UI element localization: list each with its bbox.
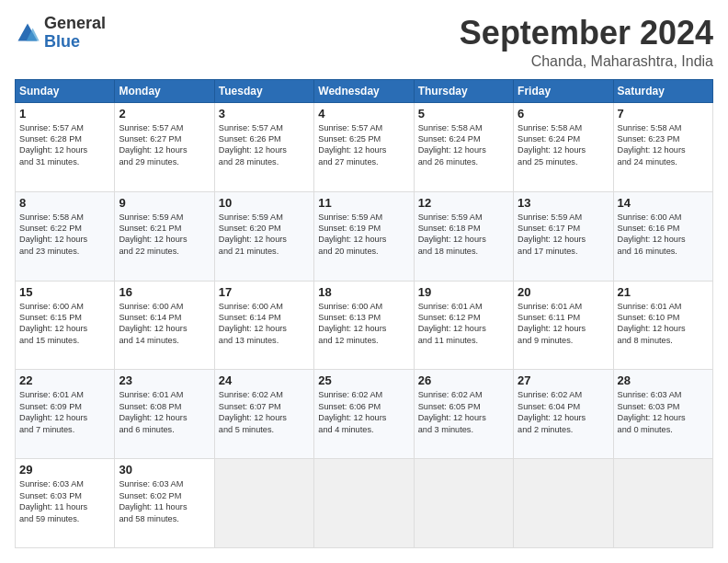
table-row: 23Sunrise: 6:01 AMSunset: 6:08 PMDayligh…	[115, 370, 214, 459]
table-row: 3Sunrise: 5:57 AMSunset: 6:26 PMDaylight…	[214, 102, 313, 191]
table-row: 27Sunrise: 6:02 AMSunset: 6:04 PMDayligh…	[514, 370, 613, 459]
table-row: 29Sunrise: 6:03 AMSunset: 6:03 PMDayligh…	[16, 459, 115, 548]
location: Chanda, Maharashtra, India	[460, 53, 713, 70]
col-tuesday: Tuesday	[214, 79, 313, 102]
logo: General Blue	[15, 15, 106, 52]
logo-text: General Blue	[44, 15, 106, 52]
top-section: General Blue September 2024 Chanda, Maha…	[15, 15, 713, 70]
table-row: 18Sunrise: 6:00 AMSunset: 6:13 PMDayligh…	[314, 281, 414, 370]
header-right: September 2024 Chanda, Maharashtra, Indi…	[460, 15, 713, 70]
table-row: 19Sunrise: 6:01 AMSunset: 6:12 PMDayligh…	[414, 281, 513, 370]
calendar-week-1: 1Sunrise: 5:57 AMSunset: 6:28 PMDaylight…	[16, 102, 713, 191]
table-row: 4Sunrise: 5:57 AMSunset: 6:25 PMDaylight…	[314, 102, 414, 191]
table-row: 30Sunrise: 6:03 AMSunset: 6:02 PMDayligh…	[115, 459, 214, 548]
col-thursday: Thursday	[414, 79, 513, 102]
table-row: 8Sunrise: 5:58 AMSunset: 6:22 PMDaylight…	[16, 191, 115, 281]
table-row: 1Sunrise: 5:57 AMSunset: 6:28 PMDaylight…	[16, 102, 115, 191]
calendar-week-5: 29Sunrise: 6:03 AMSunset: 6:03 PMDayligh…	[16, 459, 713, 548]
table-row: 17Sunrise: 6:00 AMSunset: 6:14 PMDayligh…	[214, 281, 313, 370]
table-row: 28Sunrise: 6:03 AMSunset: 6:03 PMDayligh…	[613, 370, 712, 459]
table-row: 13Sunrise: 5:59 AMSunset: 6:17 PMDayligh…	[514, 191, 613, 281]
table-row: 16Sunrise: 6:00 AMSunset: 6:14 PMDayligh…	[115, 281, 214, 370]
month-title: September 2024	[460, 15, 713, 52]
page: General Blue September 2024 Chanda, Maha…	[0, 0, 728, 563]
table-row: 9Sunrise: 5:59 AMSunset: 6:21 PMDaylight…	[115, 191, 214, 281]
table-row: 20Sunrise: 6:01 AMSunset: 6:11 PMDayligh…	[514, 281, 613, 370]
table-row: 15Sunrise: 6:00 AMSunset: 6:15 PMDayligh…	[16, 281, 115, 370]
table-row: 25Sunrise: 6:02 AMSunset: 6:06 PMDayligh…	[314, 370, 414, 459]
table-row	[314, 459, 414, 548]
table-row: 14Sunrise: 6:00 AMSunset: 6:16 PMDayligh…	[613, 191, 712, 281]
table-row	[214, 459, 313, 548]
calendar-week-2: 8Sunrise: 5:58 AMSunset: 6:22 PMDaylight…	[16, 191, 713, 281]
calendar-header-row: Sunday Monday Tuesday Wednesday Thursday…	[16, 79, 713, 102]
calendar-week-3: 15Sunrise: 6:00 AMSunset: 6:15 PMDayligh…	[16, 281, 713, 370]
table-row: 11Sunrise: 5:59 AMSunset: 6:19 PMDayligh…	[314, 191, 414, 281]
col-wednesday: Wednesday	[314, 79, 414, 102]
table-row: 7Sunrise: 5:58 AMSunset: 6:23 PMDaylight…	[613, 102, 712, 191]
table-row	[514, 459, 613, 548]
table-row	[613, 459, 712, 548]
col-sunday: Sunday	[16, 79, 115, 102]
table-row: 2Sunrise: 5:57 AMSunset: 6:27 PMDaylight…	[115, 102, 214, 191]
table-row: 5Sunrise: 5:58 AMSunset: 6:24 PMDaylight…	[414, 102, 513, 191]
table-row: 21Sunrise: 6:01 AMSunset: 6:10 PMDayligh…	[613, 281, 712, 370]
table-row: 22Sunrise: 6:01 AMSunset: 6:09 PMDayligh…	[16, 370, 115, 459]
table-row	[414, 459, 513, 548]
col-monday: Monday	[115, 79, 214, 102]
table-row: 10Sunrise: 5:59 AMSunset: 6:20 PMDayligh…	[214, 191, 313, 281]
col-friday: Friday	[514, 79, 613, 102]
col-saturday: Saturday	[613, 79, 712, 102]
calendar-table: Sunday Monday Tuesday Wednesday Thursday…	[15, 79, 713, 548]
logo-icon	[15, 20, 40, 46]
table-row: 26Sunrise: 6:02 AMSunset: 6:05 PMDayligh…	[414, 370, 513, 459]
table-row: 6Sunrise: 5:58 AMSunset: 6:24 PMDaylight…	[514, 102, 613, 191]
calendar-week-4: 22Sunrise: 6:01 AMSunset: 6:09 PMDayligh…	[16, 370, 713, 459]
table-row: 12Sunrise: 5:59 AMSunset: 6:18 PMDayligh…	[414, 191, 513, 281]
table-row: 24Sunrise: 6:02 AMSunset: 6:07 PMDayligh…	[214, 370, 313, 459]
